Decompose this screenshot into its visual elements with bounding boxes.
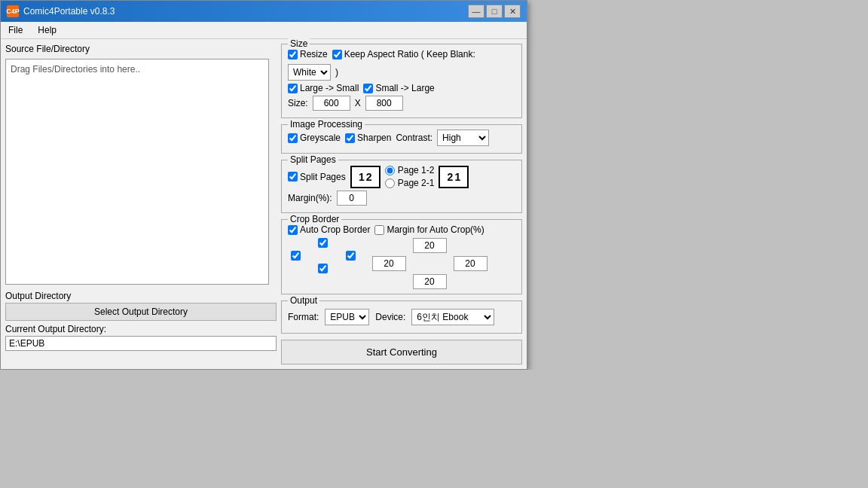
- auto-crop-label[interactable]: Auto Crop Border: [288, 224, 370, 235]
- keep-blank-select[interactable]: White Black: [288, 64, 331, 81]
- x-label: X: [355, 98, 361, 108]
- page21-text: Page 2-1: [398, 178, 435, 188]
- large-to-small-text: Large -> Small: [300, 83, 359, 93]
- crop-right-checkbox[interactable]: [346, 251, 356, 261]
- contrast-select[interactable]: High Medium Low None: [437, 130, 489, 146]
- source-label: Source File/Directory: [5, 44, 277, 54]
- size-row1: Resize Keep Aspect Ratio ( Keep Blank: W…: [288, 49, 515, 81]
- greyscale-checkbox-label[interactable]: Greyscale: [288, 133, 341, 143]
- app-window: C4P Comic4Portable v0.8.3 — □ ✕ File Hel…: [0, 0, 527, 370]
- page21-radio[interactable]: [385, 178, 395, 188]
- file-menu[interactable]: File: [4, 23, 27, 37]
- split-pages-row2: Margin(%):: [288, 191, 515, 206]
- title-controls: — □ ✕: [468, 5, 521, 18]
- page-num-2: 2: [366, 171, 372, 183]
- crop-border-row1: Auto Crop Border Margin for Auto Crop(%): [288, 224, 515, 235]
- page12-radio-label[interactable]: Page 1-2: [385, 165, 435, 175]
- crop-bottom-checkbox[interactable]: [318, 264, 328, 273]
- crop-border-group: Crop Border Auto Crop Border Margin for …: [281, 219, 522, 294]
- keep-aspect-label: Keep Aspect Ratio ( Keep Blank:: [344, 49, 475, 59]
- crop-left-checkbox[interactable]: [291, 251, 301, 261]
- page12-radio[interactable]: [385, 166, 395, 175]
- margin-auto-text: Margin for Auto Crop(%): [387, 224, 484, 235]
- close-button[interactable]: ✕: [504, 5, 521, 18]
- height-input[interactable]: [365, 96, 403, 111]
- title-bar: C4P Comic4Portable v0.8.3 — □ ✕: [1, 1, 527, 22]
- size-row2: Large -> Small Small -> Large: [288, 83, 515, 93]
- split-pages-text: Split Pages: [300, 172, 346, 182]
- auto-crop-text: Auto Crop Border: [300, 224, 370, 235]
- crop-values: [370, 238, 489, 289]
- right-panel: Size Resize Keep Aspect Ratio ( Keep Bla…: [277, 44, 522, 364]
- sharpen-checkbox[interactable]: [345, 133, 355, 143]
- large-to-small-checkbox[interactable]: [288, 84, 298, 93]
- resize-checkbox-label[interactable]: Resize: [288, 49, 328, 59]
- greyscale-checkbox[interactable]: [288, 133, 298, 143]
- format-row: Format: EPUB CBZ PDF Device: 6인치 Ebook 7…: [288, 306, 515, 328]
- left-panel: Source File/Directory Drag Files/Directo…: [5, 44, 277, 364]
- start-converting-button[interactable]: Start Converting: [281, 340, 522, 364]
- large-to-small-label[interactable]: Large -> Small: [288, 83, 359, 93]
- crop-top-checkbox[interactable]: [318, 238, 328, 248]
- window-title: Comic4Portable v0.8.3: [23, 6, 115, 17]
- minimize-button[interactable]: —: [468, 5, 484, 18]
- split-pages-checkbox[interactable]: [288, 172, 298, 181]
- crop-main-row: [288, 238, 515, 289]
- format-select[interactable]: EPUB CBZ PDF: [325, 309, 369, 325]
- page-order-21-box: 2 1: [439, 166, 469, 188]
- small-to-large-text: Small -> Large: [375, 83, 434, 93]
- current-output-field[interactable]: [5, 336, 277, 351]
- crop-cb-row2: [291, 251, 356, 261]
- resize-label: Resize: [300, 49, 328, 59]
- crop-top-input[interactable]: [413, 238, 447, 253]
- page-order-12-box: 1 2: [350, 166, 381, 188]
- size-group: Size Resize Keep Aspect Ratio ( Keep Bla…: [281, 44, 522, 118]
- sharpen-checkbox-label[interactable]: Sharpen: [345, 133, 391, 143]
- crop-checkboxes: [288, 238, 358, 273]
- width-input[interactable]: [313, 96, 350, 111]
- drag-placeholder: Drag Files/Directories into here..: [11, 64, 140, 75]
- spacer1: [288, 238, 303, 248]
- spacer5: [343, 264, 358, 273]
- image-processing-row: Greyscale Sharpen Contrast: High Medium …: [288, 130, 515, 146]
- page21-radio-label[interactable]: Page 2-1: [385, 178, 435, 188]
- margin-auto-label[interactable]: Margin for Auto Crop(%): [374, 224, 484, 235]
- keep-aspect-checkbox-label[interactable]: Keep Aspect Ratio ( Keep Blank:: [332, 49, 475, 59]
- crop-cb-row3: [288, 264, 358, 273]
- page-num-2b: 2: [448, 171, 454, 183]
- maximize-button[interactable]: □: [486, 5, 503, 18]
- main-content: Source File/Directory Drag Files/Directo…: [1, 39, 527, 369]
- margin-auto-checkbox[interactable]: [374, 225, 384, 235]
- small-to-large-checkbox[interactable]: [363, 84, 373, 93]
- crop-left-input[interactable]: [372, 256, 406, 271]
- image-processing-group: Image Processing Greyscale Sharpen Contr…: [281, 124, 522, 154]
- crop-border-title: Crop Border: [288, 214, 341, 224]
- size-row3: Size: X: [288, 96, 515, 111]
- size-group-title: Size: [288, 38, 310, 49]
- device-select[interactable]: 6인치 Ebook 7인치 Ebook 8인치 Ebook: [411, 309, 494, 325]
- current-output-label: Current Output Directory:: [5, 324, 277, 334]
- sharpen-text: Sharpen: [357, 133, 391, 143]
- crop-cb-row1: [288, 238, 358, 248]
- size-text: Size:: [288, 98, 308, 108]
- drag-area[interactable]: Drag Files/Directories into here..: [5, 59, 269, 285]
- output-dir-label: Output Directory: [5, 291, 277, 301]
- select-output-button[interactable]: Select Output Directory: [5, 303, 277, 321]
- crop-bottom-input[interactable]: [413, 274, 447, 289]
- page-num-1: 1: [359, 171, 365, 183]
- auto-crop-checkbox[interactable]: [288, 225, 298, 235]
- output-group: Output Format: EPUB CBZ PDF Device: 6인치 …: [281, 300, 522, 334]
- margin-input[interactable]: [337, 191, 367, 206]
- split-pages-title: Split Pages: [288, 154, 338, 165]
- keep-aspect-checkbox[interactable]: [332, 50, 342, 59]
- split-pages-checkbox-label[interactable]: Split Pages: [288, 172, 346, 182]
- crop-right-input[interactable]: [454, 256, 487, 271]
- help-menu[interactable]: Help: [33, 23, 61, 37]
- resize-checkbox[interactable]: [288, 50, 298, 59]
- format-label: Format:: [288, 312, 319, 322]
- split-pages-group: Split Pages Split Pages 1 2 Page 1-2: [281, 160, 522, 213]
- small-to-large-label[interactable]: Small -> Large: [363, 83, 434, 93]
- page-radio-group: Page 1-2 Page 2-1: [385, 165, 435, 188]
- greyscale-text: Greyscale: [300, 133, 341, 143]
- split-pages-row1: Split Pages 1 2 Page 1-2 Page 2-1: [288, 165, 515, 188]
